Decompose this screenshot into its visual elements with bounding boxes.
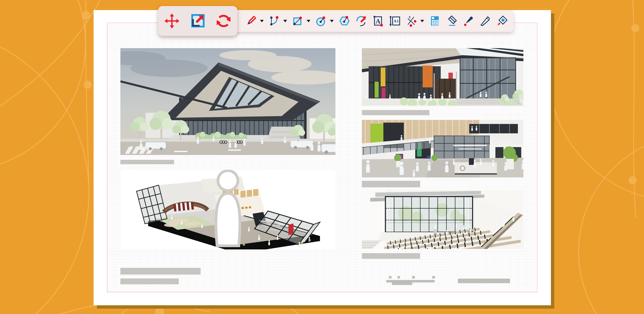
caption-auditorium[interactable] [362,253,420,259]
tool-circle-button[interactable] [315,13,328,29]
footer-long-bar[interactable] [458,278,510,283]
caption-atrium[interactable] [362,181,420,187]
tool-spline-button[interactable] [268,13,281,29]
tool-rectangle-button[interactable] [292,13,304,29]
tool-glue-button[interactable] [496,13,508,29]
tool-picker-button[interactable] [462,13,475,29]
footer-mark-bar[interactable] [386,280,402,282]
dropdown-arrow-icon[interactable] [330,19,334,23]
footer-mark-bar[interactable] [402,280,435,282]
tool-eraser-button[interactable] [445,13,458,29]
caption-cutaway-line2[interactable] [120,278,179,284]
render-exterior-entry-plaza[interactable] [362,48,524,106]
tool-polygon-button[interactable] [338,13,351,29]
caption-cutaway-line1[interactable] [120,268,200,274]
dropdown-arrow-icon[interactable] [260,19,264,23]
document-page[interactable] [94,10,551,305]
footer-mark-square[interactable] [398,276,400,278]
render-interior-cutaway-axonometric[interactable] [120,170,336,250]
caption-entry-plaza[interactable] [362,110,429,115]
tool-pencil-button[interactable] [245,13,258,29]
tool-calculator-button[interactable] [428,13,441,29]
dropdown-arrow-icon[interactable] [283,19,288,23]
caption-exterior-street-view[interactable] [120,160,174,164]
tool-revolve-button[interactable] [355,13,368,29]
tool-measure-button[interactable] [405,13,418,29]
tool-knife-button[interactable] [479,13,492,29]
render-exterior-street-view[interactable] [120,48,336,155]
tool-label-button[interactable] [388,13,401,29]
footer-mark-square[interactable] [412,276,415,278]
footer-mark-square[interactable] [389,276,392,278]
tool-text-button[interactable] [372,13,384,29]
tool-move-button[interactable] [163,11,180,31]
render-interior-auditorium[interactable] [362,190,524,249]
tool-scale-button[interactable] [189,11,206,31]
dropdown-arrow-icon[interactable] [420,19,424,23]
tool-rotate-button[interactable] [215,11,232,31]
desktop-background [0,0,644,314]
dropdown-arrow-icon[interactable] [306,19,311,23]
footer-mark-bar[interactable] [392,282,412,285]
transform-palette [158,6,237,36]
render-interior-atrium[interactable] [362,120,524,178]
footer-mark-square[interactable] [432,276,435,278]
